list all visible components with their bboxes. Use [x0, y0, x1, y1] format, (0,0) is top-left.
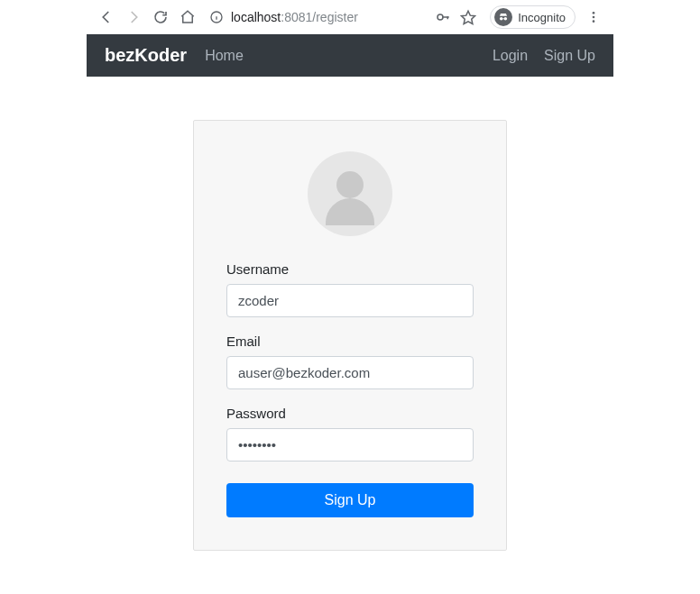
- password-group: Password: [226, 406, 474, 461]
- nav-link-login[interactable]: Login: [493, 48, 528, 64]
- incognito-icon: [494, 8, 512, 26]
- address-bar[interactable]: localhost:8081/register: [206, 8, 481, 26]
- svg-point-10: [593, 12, 595, 14]
- forward-icon[interactable]: [124, 8, 143, 26]
- browser-toolbar: localhost:8081/register Incognito: [87, 0, 613, 34]
- svg-marker-6: [462, 11, 475, 23]
- register-card: Username Email Password Sign Up: [193, 120, 507, 551]
- username-input[interactable]: [226, 284, 474, 317]
- menu-icon[interactable]: [585, 8, 603, 26]
- signup-button[interactable]: Sign Up: [226, 483, 474, 517]
- svg-rect-9: [503, 18, 504, 19]
- nav-link-home[interactable]: Home: [205, 48, 244, 64]
- incognito-badge[interactable]: Incognito: [490, 5, 576, 29]
- svg-point-12: [593, 20, 595, 23]
- url-text: localhost:8081/register: [231, 10, 427, 24]
- username-group: Username: [226, 261, 474, 317]
- avatar-placeholder-icon: [308, 151, 392, 236]
- username-label: Username: [226, 261, 474, 277]
- svg-point-11: [593, 16, 595, 19]
- back-icon[interactable]: [97, 8, 115, 26]
- email-group: Email: [226, 334, 474, 389]
- svg-point-3: [438, 14, 443, 20]
- brand-logo[interactable]: bezKoder: [105, 45, 187, 66]
- avatar: [226, 151, 474, 236]
- site-info-icon[interactable]: [209, 10, 224, 24]
- svg-point-8: [504, 17, 508, 21]
- password-input[interactable]: [226, 428, 474, 461]
- reload-icon[interactable]: [152, 8, 170, 26]
- home-icon[interactable]: [179, 8, 197, 26]
- nav-link-signup[interactable]: Sign Up: [544, 48, 595, 64]
- page-content: Username Email Password Sign Up: [0, 77, 700, 551]
- app-navbar: bezKoder Home Login Sign Up: [87, 34, 613, 77]
- email-input[interactable]: [226, 356, 474, 389]
- email-label: Email: [226, 334, 474, 349]
- svg-rect-5: [447, 16, 449, 19]
- incognito-label: Incognito: [518, 11, 566, 24]
- svg-point-7: [500, 17, 503, 21]
- star-icon[interactable]: [459, 8, 477, 26]
- password-label: Password: [226, 406, 474, 421]
- key-icon[interactable]: [434, 8, 452, 26]
